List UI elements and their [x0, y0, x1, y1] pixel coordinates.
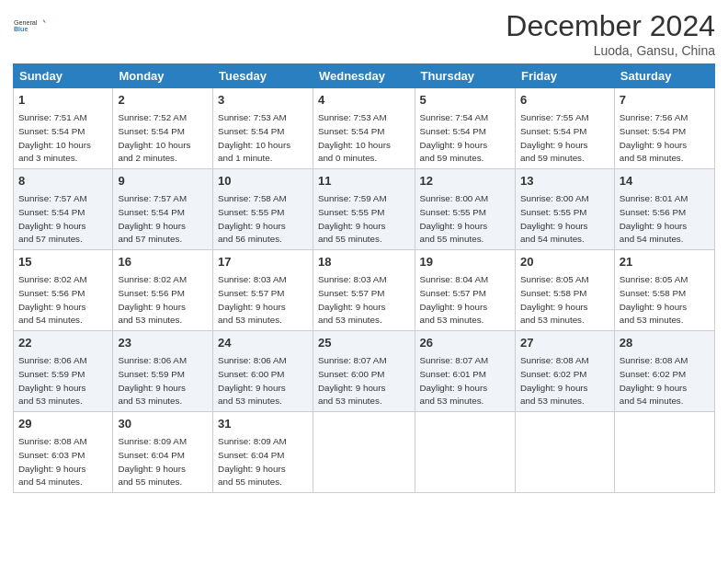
day-number: 7 — [620, 92, 710, 109]
day-info: Sunrise: 8:06 AM Sunset: 5:59 PM Dayligh… — [18, 355, 87, 406]
day-cell: 23Sunrise: 8:06 AM Sunset: 5:59 PM Dayli… — [113, 331, 213, 412]
day-info: Sunrise: 8:05 AM Sunset: 5:58 PM Dayligh… — [520, 274, 589, 325]
day-number: 20 — [520, 254, 609, 270]
calendar-body: 1Sunrise: 7:51 AM Sunset: 5:54 PM Daylig… — [14, 88, 715, 493]
week-row-5: 29Sunrise: 8:08 AM Sunset: 6:03 PM Dayli… — [14, 412, 715, 493]
month-title: December 2024 — [506, 9, 715, 43]
week-row-2: 8Sunrise: 7:57 AM Sunset: 5:54 PM Daylig… — [14, 169, 715, 250]
day-info: Sunrise: 7:52 AM Sunset: 5:54 PM Dayligh… — [118, 112, 190, 163]
weekday-header-thursday: Thursday — [415, 64, 515, 88]
day-number: 2 — [118, 92, 208, 109]
day-info: Sunrise: 8:02 AM Sunset: 5:56 PM Dayligh… — [118, 274, 187, 325]
day-cell: 1Sunrise: 7:51 AM Sunset: 5:54 PM Daylig… — [14, 88, 113, 169]
day-cell — [313, 412, 415, 493]
day-info: Sunrise: 7:56 AM Sunset: 5:54 PM Dayligh… — [620, 112, 688, 163]
weekday-header-tuesday: Tuesday — [213, 64, 313, 88]
day-cell: 31Sunrise: 8:09 AM Sunset: 6:04 PM Dayli… — [213, 412, 313, 493]
week-row-4: 22Sunrise: 8:06 AM Sunset: 5:59 PM Dayli… — [14, 331, 715, 412]
day-number: 27 — [520, 335, 609, 351]
day-info: Sunrise: 7:51 AM Sunset: 5:54 PM Dayligh… — [18, 112, 91, 163]
day-cell: 13Sunrise: 8:00 AM Sunset: 5:55 PM Dayli… — [515, 169, 614, 250]
day-number: 4 — [318, 92, 410, 109]
day-number: 18 — [318, 254, 410, 270]
day-cell: 22Sunrise: 8:06 AM Sunset: 5:59 PM Dayli… — [14, 331, 113, 412]
day-cell — [515, 412, 614, 493]
day-number: 30 — [118, 416, 208, 432]
weekday-header-monday: Monday — [113, 64, 213, 88]
day-cell — [614, 412, 714, 493]
day-info: Sunrise: 7:53 AM Sunset: 5:54 PM Dayligh… — [318, 112, 391, 163]
day-info: Sunrise: 7:57 AM Sunset: 5:54 PM Dayligh… — [18, 193, 87, 244]
day-cell: 4Sunrise: 7:53 AM Sunset: 5:54 PM Daylig… — [313, 88, 415, 169]
day-info: Sunrise: 8:08 AM Sunset: 6:03 PM Dayligh… — [18, 436, 87, 487]
day-cell: 27Sunrise: 8:08 AM Sunset: 6:02 PM Dayli… — [515, 331, 614, 412]
weekday-header-row: SundayMondayTuesdayWednesdayThursdayFrid… — [14, 64, 715, 88]
day-number: 14 — [620, 173, 710, 190]
day-info: Sunrise: 7:54 AM Sunset: 5:54 PM Dayligh… — [420, 112, 489, 163]
day-cell: 20Sunrise: 8:05 AM Sunset: 5:58 PM Dayli… — [515, 250, 614, 331]
logo: General Blue — [13, 9, 46, 42]
day-cell: 17Sunrise: 8:03 AM Sunset: 5:57 PM Dayli… — [213, 250, 313, 331]
day-number: 8 — [18, 173, 108, 190]
day-cell — [415, 412, 515, 493]
day-cell: 6Sunrise: 7:55 AM Sunset: 5:54 PM Daylig… — [515, 88, 614, 169]
day-cell: 16Sunrise: 8:02 AM Sunset: 5:56 PM Dayli… — [113, 250, 213, 331]
day-info: Sunrise: 7:55 AM Sunset: 5:54 PM Dayligh… — [520, 112, 589, 163]
day-info: Sunrise: 8:08 AM Sunset: 6:02 PM Dayligh… — [520, 355, 589, 406]
day-number: 31 — [218, 416, 308, 432]
day-number: 24 — [218, 335, 308, 351]
day-info: Sunrise: 8:06 AM Sunset: 6:00 PM Dayligh… — [218, 355, 287, 406]
day-cell: 25Sunrise: 8:07 AM Sunset: 6:00 PM Dayli… — [313, 331, 415, 412]
day-info: Sunrise: 8:03 AM Sunset: 5:57 PM Dayligh… — [318, 274, 387, 325]
day-cell: 19Sunrise: 8:04 AM Sunset: 5:57 PM Dayli… — [415, 250, 515, 331]
day-number: 17 — [218, 254, 308, 270]
day-cell: 14Sunrise: 8:01 AM Sunset: 5:56 PM Dayli… — [614, 169, 714, 250]
day-number: 9 — [118, 173, 208, 190]
weekday-header-sunday: Sunday — [14, 64, 113, 88]
day-info: Sunrise: 8:03 AM Sunset: 5:57 PM Dayligh… — [218, 274, 287, 325]
day-cell: 9Sunrise: 7:57 AM Sunset: 5:54 PM Daylig… — [113, 169, 213, 250]
title-block: December 2024 Luoda, Gansu, China — [506, 9, 715, 58]
day-number: 10 — [218, 173, 308, 190]
day-cell: 5Sunrise: 7:54 AM Sunset: 5:54 PM Daylig… — [415, 88, 515, 169]
day-info: Sunrise: 7:57 AM Sunset: 5:54 PM Dayligh… — [118, 193, 187, 244]
day-cell: 12Sunrise: 8:00 AM Sunset: 5:55 PM Dayli… — [415, 169, 515, 250]
day-number: 19 — [420, 254, 510, 270]
day-number: 23 — [118, 335, 208, 351]
day-number: 22 — [18, 335, 108, 351]
day-cell: 3Sunrise: 7:53 AM Sunset: 5:54 PM Daylig… — [213, 88, 313, 169]
weekday-header-wednesday: Wednesday — [313, 64, 415, 88]
day-cell: 15Sunrise: 8:02 AM Sunset: 5:56 PM Dayli… — [14, 250, 113, 331]
location: Luoda, Gansu, China — [506, 43, 715, 58]
day-cell: 24Sunrise: 8:06 AM Sunset: 6:00 PM Dayli… — [213, 331, 313, 412]
day-info: Sunrise: 8:06 AM Sunset: 5:59 PM Dayligh… — [118, 355, 187, 406]
day-cell: 26Sunrise: 8:07 AM Sunset: 6:01 PM Dayli… — [415, 331, 515, 412]
day-number: 12 — [420, 173, 510, 190]
day-info: Sunrise: 8:08 AM Sunset: 6:02 PM Dayligh… — [620, 355, 688, 406]
day-number: 1 — [18, 92, 108, 109]
svg-text:Blue: Blue — [14, 25, 28, 33]
day-info: Sunrise: 8:07 AM Sunset: 6:01 PM Dayligh… — [420, 355, 489, 406]
day-number: 26 — [420, 335, 510, 351]
page-container: General Blue December 2024 Luoda, Gansu,… — [0, 0, 728, 502]
day-number: 25 — [318, 335, 410, 351]
calendar-table: SundayMondayTuesdayWednesdayThursdayFrid… — [13, 63, 715, 493]
day-number: 6 — [520, 92, 609, 109]
day-info: Sunrise: 8:07 AM Sunset: 6:00 PM Dayligh… — [318, 355, 387, 406]
day-number: 11 — [318, 173, 410, 190]
week-row-3: 15Sunrise: 8:02 AM Sunset: 5:56 PM Dayli… — [14, 250, 715, 331]
day-cell: 7Sunrise: 7:56 AM Sunset: 5:54 PM Daylig… — [614, 88, 714, 169]
day-number: 13 — [520, 173, 609, 190]
day-number: 16 — [118, 254, 208, 270]
day-cell: 21Sunrise: 8:05 AM Sunset: 5:58 PM Dayli… — [614, 250, 714, 331]
day-cell: 30Sunrise: 8:09 AM Sunset: 6:04 PM Dayli… — [113, 412, 213, 493]
day-info: Sunrise: 8:00 AM Sunset: 5:55 PM Dayligh… — [520, 193, 589, 244]
day-cell: 10Sunrise: 7:58 AM Sunset: 5:55 PM Dayli… — [213, 169, 313, 250]
day-info: Sunrise: 7:58 AM Sunset: 5:55 PM Dayligh… — [218, 193, 287, 244]
day-info: Sunrise: 8:09 AM Sunset: 6:04 PM Dayligh… — [118, 436, 187, 487]
svg-marker-2 — [43, 19, 46, 24]
day-cell: 28Sunrise: 8:08 AM Sunset: 6:02 PM Dayli… — [614, 331, 714, 412]
day-info: Sunrise: 8:05 AM Sunset: 5:58 PM Dayligh… — [620, 274, 688, 325]
day-info: Sunrise: 7:53 AM Sunset: 5:54 PM Dayligh… — [218, 112, 290, 163]
day-cell: 18Sunrise: 8:03 AM Sunset: 5:57 PM Dayli… — [313, 250, 415, 331]
